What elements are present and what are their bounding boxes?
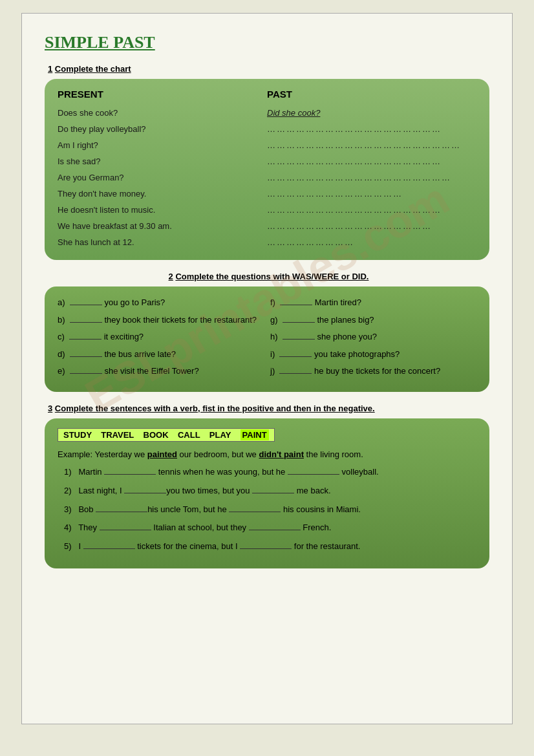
blank	[83, 548, 135, 549]
blank	[279, 356, 312, 357]
blank	[70, 322, 102, 323]
past-cell-example: Did she cook?	[267, 108, 476, 118]
word-bank: STUDY TRAVEL BOOK CALL PLAY PAINT	[58, 428, 476, 448]
past-cell: ………………………………………………	[267, 124, 476, 134]
blank	[70, 356, 102, 357]
example-word-positive: painted	[147, 449, 177, 459]
present-cell: Does she cook?	[58, 108, 267, 118]
blank	[283, 339, 315, 340]
chart-row: He doesn't listen to music. …………………………………	[58, 202, 476, 218]
section1-instruction: Complete the chart	[55, 64, 131, 74]
past-cell: ………………………	[267, 237, 476, 247]
header-past: PAST	[267, 89, 476, 100]
section2-box: a) you go to Paris? b) they book their t…	[45, 286, 489, 392]
past-cell: ………………………………………………	[267, 157, 476, 166]
chart-row: Is she sad? ………………………………………………	[58, 153, 476, 169]
sentence-row: 2) Last night, I you two times, but you …	[58, 484, 476, 498]
blank	[104, 474, 156, 475]
section2-inner: a) you go to Paris? b) they book their t…	[58, 296, 476, 382]
section3-box: STUDY TRAVEL BOOK CALL PLAY PAINT Exampl…	[45, 418, 489, 568]
chart-header: PRESENT PAST	[58, 89, 476, 100]
example-word-negative: didn't paint	[259, 449, 304, 459]
blank	[279, 373, 312, 374]
chart-row: Do they play volleyball? …………………………………………	[58, 121, 476, 137]
word-bank-box: STUDY TRAVEL BOOK CALL PLAY PAINT	[58, 428, 275, 442]
section2-instruction: Complete the questions with WAS/WERE or …	[175, 272, 368, 281]
past-cell: ……………………………………	[267, 189, 476, 199]
blank	[124, 493, 166, 493]
blank	[70, 305, 102, 305]
present-cell: Am I right?	[58, 140, 267, 150]
chart-row: They don't have money. ……………………………………	[58, 186, 476, 202]
header-present: PRESENT	[58, 89, 267, 100]
section3-label: 3 Complete the sentences with a verb, fi…	[45, 404, 489, 413]
question-row: d) the bus arrive late?	[58, 348, 264, 361]
past-cell: …………………………………………………	[267, 173, 476, 182]
present-cell: Are you German?	[58, 173, 267, 182]
blank	[249, 530, 301, 530]
blank	[283, 322, 315, 323]
chart-row: Does she cook? Did she cook?	[58, 105, 476, 121]
question-row: e) she visit the Eiffel Tower?	[58, 365, 264, 378]
chart-row: We have breakfast at 9.30 am. ……………………………	[58, 218, 476, 234]
chart-row: Are you German? …………………………………………………	[58, 169, 476, 186]
sentence-row: 1) Martin tennis when he was young, but …	[58, 466, 476, 479]
blank	[280, 305, 312, 305]
example-row: Example: Yesterday we painted our bedroo…	[58, 448, 476, 461]
question-row: i) you take photographs?	[270, 348, 476, 361]
blank	[100, 530, 151, 530]
section2-right-col: f) Martin tired? g) the planes big? h) s…	[270, 296, 476, 382]
question-row: j) he buy the tickets for the concert?	[270, 365, 476, 378]
chart-row: She has lunch at 12. ………………………	[58, 234, 476, 250]
present-cell: They don't have money.	[58, 189, 267, 199]
blank	[288, 474, 339, 475]
section2-label: 2 Complete the questions with WAS/WERE o…	[45, 272, 489, 281]
question-row: b) they book their tickets for the resta…	[58, 314, 264, 327]
present-cell: He doesn't listen to music.	[58, 205, 267, 215]
question-row: f) Martin tired?	[270, 296, 476, 309]
sentence-row: 4) They Italian at school, but they Fren…	[58, 521, 476, 535]
present-cell: Is she sad?	[58, 157, 267, 166]
sentence-row: 3) Bob his uncle Tom, but he his cousins…	[58, 503, 476, 517]
section2-left-col: a) you go to Paris? b) they book their t…	[58, 296, 264, 382]
past-cell: ……………………………………………	[267, 221, 476, 231]
blank	[240, 548, 292, 549]
present-cell: Do they play volleyball?	[58, 124, 267, 134]
past-cell: ………………………………………………	[267, 205, 476, 215]
blank	[229, 512, 281, 512]
question-row: c) it exciting?	[58, 330, 264, 343]
blank	[69, 339, 101, 340]
page: ESLprintables.com SIMPLE PAST 1 Complete…	[21, 13, 513, 724]
page-title: SIMPLE PAST	[45, 33, 489, 52]
present-cell: We have breakfast at 9.30 am.	[58, 221, 267, 231]
question-row: g) the planes big?	[270, 314, 476, 327]
section3-instruction: Complete the sentences with a verb, fist…	[55, 404, 375, 413]
blank	[96, 512, 147, 512]
past-cell: ……………………………………………………	[267, 140, 476, 150]
question-row: h) she phone you?	[270, 330, 476, 343]
question-row: a) you go to Paris?	[58, 296, 264, 309]
section1-label: 1 Complete the chart	[45, 64, 489, 74]
blank	[70, 373, 102, 374]
chart-row: Am I right? ……………………………………………………	[58, 137, 476, 153]
present-cell: She has lunch at 12.	[58, 237, 267, 247]
chart-box: PRESENT PAST Does she cook? Did she cook…	[45, 79, 489, 260]
blank	[252, 493, 294, 493]
sentence-row: 5) I tickets for the cinema, but I for t…	[58, 540, 476, 554]
